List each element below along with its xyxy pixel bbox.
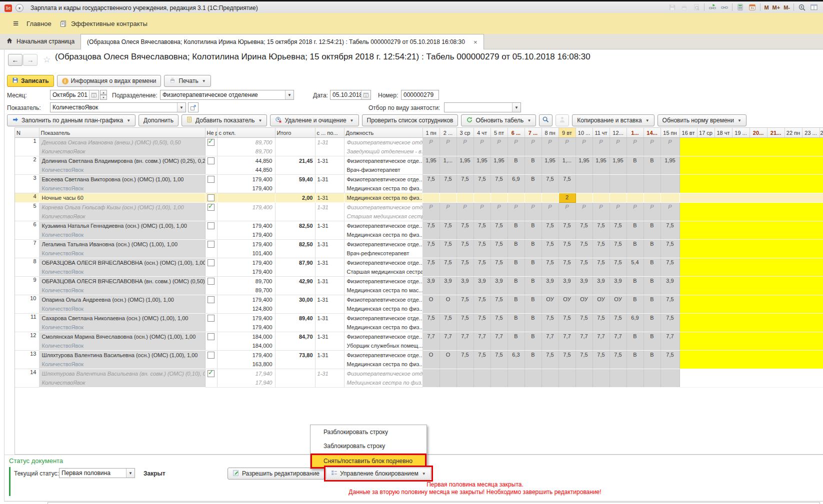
indicator-cell[interactable]: Долинина Светлана Владимировна (вн. совм… — [39, 156, 205, 175]
indicator-cell[interactable]: Сахарова Светлана Николаевна (осн.) (ОМС… — [39, 314, 205, 332]
day-cell-second-half[interactable] — [697, 175, 714, 193]
day-cell[interactable]: Р — [422, 203, 440, 221]
day-cell[interactable]: 7,5 — [456, 314, 474, 332]
day-cell[interactable]: 7,5 — [610, 221, 626, 240]
checkbox-cell[interactable] — [205, 240, 217, 258]
day-cell[interactable]: ОУ — [592, 295, 610, 314]
day-cell[interactable] — [524, 193, 542, 203]
day-cell[interactable]: 7,5 — [490, 295, 508, 314]
day-column-header[interactable]: 12... — [610, 128, 626, 138]
day-cell-second-half[interactable] — [697, 193, 714, 203]
column-header[interactable]: Должность — [344, 128, 422, 138]
open-indicator-button[interactable] — [188, 102, 198, 112]
day-cell[interactable]: В — [644, 156, 660, 175]
day-cell[interactable]: 7,5 — [558, 258, 576, 277]
row-lock-checkbox[interactable] — [208, 278, 214, 285]
day-cell[interactable]: В — [508, 258, 524, 277]
day-cell[interactable]: 7,5 — [592, 314, 610, 332]
day-cell[interactable]: 7,5 — [660, 258, 680, 277]
day-column-header[interactable]: 5 пт — [490, 128, 508, 138]
day-cell[interactable]: Р — [558, 138, 576, 156]
day-cell[interactable]: 7,5 — [490, 240, 508, 258]
day-cell-second-half[interactable] — [680, 351, 697, 369]
menu-item-unlock-row[interactable]: Разблокировать строку — [310, 425, 426, 439]
day-cell[interactable]: 7,5 — [576, 314, 592, 332]
day-column-header[interactable]: 9 вт — [558, 128, 576, 138]
day-cell[interactable]: Р — [542, 138, 558, 156]
save-icon[interactable] — [668, 3, 676, 11]
day-cell[interactable]: О — [422, 351, 440, 369]
row-lock-checkbox[interactable] — [208, 241, 214, 248]
day-cell-second-half[interactable] — [680, 193, 697, 203]
day-cell-second-half[interactable] — [732, 221, 750, 240]
day-cell[interactable]: 7,5 — [542, 351, 558, 369]
indicator-cell[interactable]: Смолянская Марина Вячеславовна (осн.) (О… — [39, 332, 205, 351]
day-cell-second-half[interactable] — [802, 203, 820, 221]
day-cell[interactable] — [474, 193, 490, 203]
day-cell[interactable]: 6,3 — [508, 351, 524, 369]
day-cell-second-half[interactable] — [732, 175, 750, 193]
day-cell[interactable]: 1,95 — [422, 156, 440, 175]
indicator-cell[interactable]: Легалина Татьяна Ивановна (осн.) (ОМС) (… — [39, 240, 205, 258]
day-cell-second-half[interactable] — [680, 314, 697, 332]
day-cell-second-half[interactable] — [784, 203, 802, 221]
day-column-header[interactable]: 23 ... — [802, 128, 820, 138]
day-cell[interactable]: 7,5 — [474, 295, 490, 314]
day-cell-second-half[interactable] — [820, 221, 823, 240]
day-cell-second-half[interactable] — [732, 156, 750, 175]
day-column-header[interactable]: 17 ср — [697, 128, 714, 138]
day-cell-second-half[interactable] — [714, 277, 732, 295]
day-cell-second-half[interactable] — [820, 351, 823, 369]
day-cell[interactable]: 3,9 — [474, 277, 490, 295]
day-cell[interactable]: В — [626, 156, 644, 175]
day-cell[interactable] — [626, 369, 644, 388]
day-cell-second-half[interactable] — [802, 314, 820, 332]
day-cell[interactable]: 2 — [558, 193, 576, 203]
timesheet-row[interactable]: 14Шляхтурова Валентина Васильевна (вн. с… — [15, 369, 823, 388]
day-cell[interactable]: 7,5 — [660, 351, 680, 369]
period-cell[interactable]: 1-31 — [315, 175, 344, 193]
day-column-header[interactable]: 21... — [767, 128, 784, 138]
day-cell[interactable]: 7,7 — [576, 332, 592, 351]
day-cell-second-half[interactable] — [802, 240, 820, 258]
day-cell[interactable]: Р — [592, 203, 610, 221]
day-cell[interactable]: Р — [508, 138, 524, 156]
day-cell[interactable]: ОУ — [542, 295, 558, 314]
day-cell-second-half[interactable] — [784, 175, 802, 193]
print-icon[interactable] — [680, 3, 688, 11]
day-column-header[interactable]: 7 ... — [524, 128, 542, 138]
day-cell[interactable]: Р — [422, 138, 440, 156]
day-cell-second-half[interactable] — [784, 221, 802, 240]
day-cell[interactable]: В — [644, 277, 660, 295]
day-cell-second-half[interactable] — [732, 203, 750, 221]
day-cell[interactable] — [592, 193, 610, 203]
department-select[interactable]: Физиотерапевтическое отделение ▼ — [160, 90, 294, 100]
day-cell-second-half[interactable] — [680, 332, 697, 351]
day-cell[interactable]: 3,9 — [440, 277, 456, 295]
day-cell[interactable]: В — [508, 277, 524, 295]
column-header[interactable]: с ... по... — [315, 128, 344, 138]
period-cell[interactable]: 1-31 — [315, 314, 344, 332]
day-cell[interactable]: В — [644, 240, 660, 258]
day-cell-second-half[interactable] — [820, 203, 823, 221]
day-cell-second-half[interactable] — [697, 369, 714, 388]
day-cell[interactable]: Р — [440, 138, 456, 156]
day-cell-second-half[interactable] — [697, 295, 714, 314]
day-cell[interactable]: 7,7 — [592, 332, 610, 351]
day-cell-second-half[interactable] — [697, 277, 714, 295]
column-header[interactable]: с откл. — [217, 128, 275, 138]
day-cell-second-half[interactable] — [732, 369, 750, 388]
timesheet-row[interactable]: 1Денисова Оксана Ивановна (внеш.) (ОМС) … — [15, 138, 823, 156]
day-cell[interactable]: В — [524, 156, 542, 175]
day-cell[interactable] — [508, 369, 524, 388]
number-input[interactable]: 000000279 — [401, 90, 439, 100]
day-cell[interactable]: 7,5 — [660, 240, 680, 258]
calculator-icon[interactable] — [736, 3, 744, 11]
favorite-star-icon[interactable]: ☆ — [43, 54, 50, 65]
day-cell-second-half[interactable] — [732, 258, 750, 277]
position-cell[interactable]: Физиотерапевтическое отде...Медицинская … — [344, 351, 422, 369]
timesheet-row[interactable]: 7Легалина Татьяна Ивановна (осн.) (ОМС) … — [15, 240, 823, 258]
day-cell-second-half[interactable] — [784, 277, 802, 295]
day-cell[interactable]: 7,7 — [422, 332, 440, 351]
day-cell[interactable]: 7,5 — [490, 175, 508, 193]
